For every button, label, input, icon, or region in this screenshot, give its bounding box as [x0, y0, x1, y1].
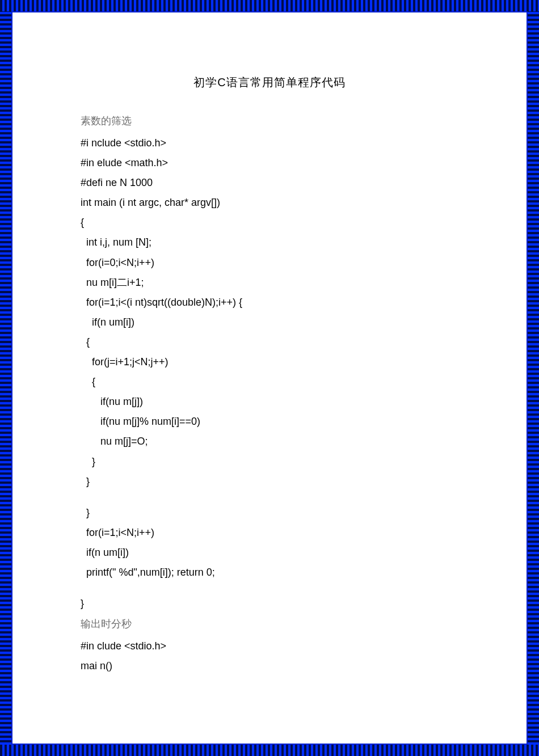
code-line: { [81, 213, 458, 233]
code-line: for(i=0;i<N;i++) [81, 253, 458, 273]
code-line: if(n um[i]) [81, 543, 458, 563]
document-title: 初学C语言常用简单程序代码 [81, 75, 458, 90]
code-line: nu m[j]=O; [81, 432, 458, 451]
code-line: if(nu m[j]% num[i]==0) [81, 412, 458, 432]
code-line: printf(" %d",num[i]); return 0; [81, 563, 458, 582]
document-page: 初学C语言常用简单程序代码 素数的筛选 #i nclude <stdio.h>#… [12, 12, 527, 744]
code-line: { [81, 372, 458, 392]
code-line: for(i=1;i<N;i++) [81, 523, 458, 543]
code-line: } [81, 503, 458, 523]
code-line: } [81, 452, 458, 472]
code-line: } [81, 594, 458, 614]
code-line: if(n um[i]) [81, 312, 458, 332]
code-line: nu m[i]二i+1; [81, 273, 458, 293]
code-line: if(nu m[j]) [81, 392, 458, 412]
code-line: for(j=i+1;j<N;j++) [81, 352, 458, 372]
code-line: int main (i nt argc, char* argv[]) [81, 193, 458, 213]
code-line [81, 582, 458, 594]
section-2-label: 输出时分秒 [81, 617, 458, 631]
code-line: } [81, 472, 458, 492]
code-line: { [81, 332, 458, 352]
code-line: mai n() [81, 656, 458, 676]
code-line: #defi ne N 1000 [81, 173, 458, 193]
code-line [81, 492, 458, 503]
section-1-label: 素数的筛选 [81, 114, 458, 128]
code-line: #in elude <math.h> [81, 153, 458, 173]
code-line: #i nclude <stdio.h> [81, 133, 458, 153]
code-line: for(i=1;i<(i nt)sqrt((double)N);i++) { [81, 293, 458, 312]
code-line: int i,j, num [N]; [81, 233, 458, 252]
code-line: #in clude <stdio.h> [81, 636, 458, 656]
code-block-2: #in clude <stdio.h>mai n() [81, 636, 458, 676]
code-block-1: #i nclude <stdio.h>#in elude <math.h>#de… [81, 133, 458, 614]
